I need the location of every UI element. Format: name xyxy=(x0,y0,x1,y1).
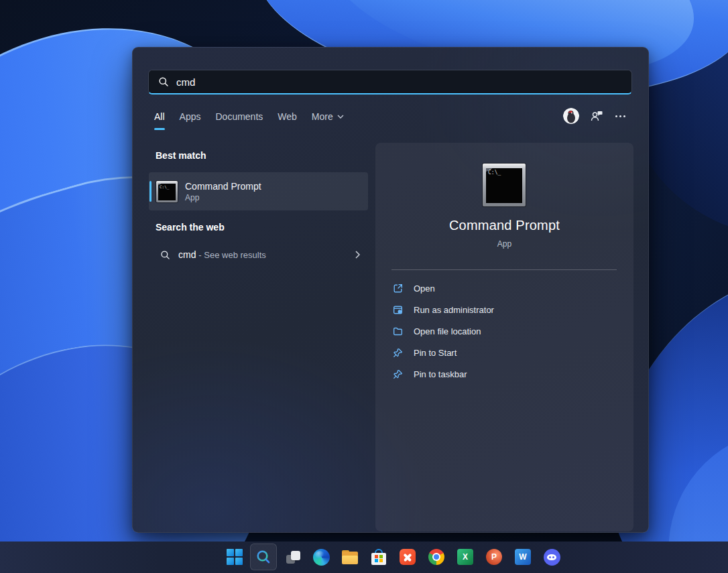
taskbar xyxy=(0,542,728,573)
divider xyxy=(391,269,617,270)
user-avatar[interactable] xyxy=(563,108,579,124)
chevron-right-icon xyxy=(355,251,360,259)
file-explorer-icon xyxy=(341,550,359,565)
tab-web-label: Web xyxy=(278,111,297,122)
search-flyout: All Apps Documents Web More xyxy=(132,47,649,533)
task-view-icon xyxy=(284,548,301,566)
tab-more[interactable]: More xyxy=(312,111,344,127)
command-prompt-icon: C:\_ xyxy=(156,181,178,202)
action-pin-to-start-label: Pin to Start xyxy=(414,348,457,358)
magnifier-icon xyxy=(158,76,169,87)
open-external-icon xyxy=(392,283,404,294)
command-prompt-icon-large: C:\_ xyxy=(483,164,526,206)
action-pin-to-start[interactable]: Pin to Start xyxy=(375,342,633,363)
best-match-result[interactable]: C:\_ Command Prompt App xyxy=(149,172,368,210)
excel-icon xyxy=(457,549,473,565)
red-x-app-button[interactable] xyxy=(394,544,421,570)
magnifier-icon xyxy=(160,250,170,260)
desktop: All Apps Documents Web More xyxy=(0,0,728,573)
ellipsis-dot xyxy=(623,115,625,117)
search-button[interactable] xyxy=(250,544,277,570)
microsoft-store-button[interactable] xyxy=(365,544,392,570)
chevron-down-icon xyxy=(337,115,344,119)
result-title: Command Prompt xyxy=(185,181,261,192)
file-explorer-button[interactable] xyxy=(337,544,363,570)
search-input[interactable] xyxy=(176,76,605,88)
run-as-admin-icon xyxy=(392,304,404,316)
command-prompt-icon-screen: C:\_ xyxy=(486,168,522,203)
search-highlights-icon[interactable] xyxy=(589,109,604,123)
tab-apps-label: Apps xyxy=(180,111,201,122)
start-button[interactable] xyxy=(221,544,248,570)
excel-button[interactable] xyxy=(452,544,479,570)
action-run-as-admin-label: Run as administrator xyxy=(414,305,494,315)
preview-pane: C:\_ Command Prompt App Open xyxy=(375,143,633,531)
tab-documents[interactable]: Documents xyxy=(215,111,263,127)
preview-title: Command Prompt xyxy=(375,218,633,233)
edge-button[interactable] xyxy=(308,544,335,570)
windows-logo-icon xyxy=(227,549,243,565)
tab-all[interactable]: All xyxy=(154,111,165,127)
web-search-result[interactable]: cmd - See web results xyxy=(149,241,368,269)
filter-tabs: All Apps Documents Web More xyxy=(154,111,344,127)
web-result-query: cmd xyxy=(178,249,196,260)
avatar-image xyxy=(563,108,579,124)
taskbar-items xyxy=(221,544,565,570)
powerpoint-button[interactable] xyxy=(481,544,507,570)
search-the-web-header: Search the web xyxy=(156,222,225,233)
word-button[interactable] xyxy=(509,544,536,570)
tab-more-label: More xyxy=(312,111,333,122)
pin-icon xyxy=(392,369,404,380)
search-box xyxy=(148,70,632,94)
red-x-app-icon xyxy=(400,549,416,565)
tab-documents-label: Documents xyxy=(215,111,263,122)
web-result-text: cmd - See web results xyxy=(178,249,355,260)
active-tab-underline xyxy=(154,128,165,130)
action-open-file-location-label: Open file location xyxy=(414,326,481,336)
action-open[interactable]: Open xyxy=(375,277,633,299)
tab-web[interactable]: Web xyxy=(278,111,297,127)
web-result-hint: - See web results xyxy=(198,250,265,260)
action-open-file-location[interactable]: Open file location xyxy=(375,320,633,342)
result-subtitle: App xyxy=(185,193,261,202)
action-run-as-administrator[interactable]: Run as administrator xyxy=(375,299,633,320)
chrome-button[interactable] xyxy=(423,544,450,570)
header-controls xyxy=(563,108,627,124)
powerpoint-icon xyxy=(486,549,502,565)
action-pin-to-taskbar-label: Pin to taskbar xyxy=(414,369,467,379)
tab-apps[interactable]: Apps xyxy=(180,111,201,127)
best-match-texts: Command Prompt App xyxy=(185,181,261,202)
task-view-button[interactable] xyxy=(279,544,306,570)
microsoft-store-icon xyxy=(371,549,387,566)
action-open-label: Open xyxy=(414,283,435,294)
folder-icon xyxy=(392,326,404,337)
ellipsis-dot xyxy=(615,115,617,117)
discord-icon xyxy=(544,549,560,566)
action-list: Open Run as administrator Open file loca… xyxy=(375,277,633,385)
word-icon xyxy=(515,549,531,565)
command-prompt-icon-screen: C:\_ xyxy=(158,184,176,200)
edge-icon xyxy=(313,549,330,566)
best-match-header: Best match xyxy=(156,150,206,161)
ellipsis-dot xyxy=(619,115,621,117)
chrome-icon xyxy=(428,549,444,565)
action-pin-to-taskbar[interactable]: Pin to taskbar xyxy=(375,363,633,385)
preview-subtitle: App xyxy=(375,239,633,249)
more-options-button[interactable] xyxy=(614,113,627,120)
discord-button[interactable] xyxy=(538,544,565,570)
pin-icon xyxy=(392,347,404,359)
search-taskbar-icon xyxy=(255,548,272,566)
tab-all-label: All xyxy=(154,111,165,122)
